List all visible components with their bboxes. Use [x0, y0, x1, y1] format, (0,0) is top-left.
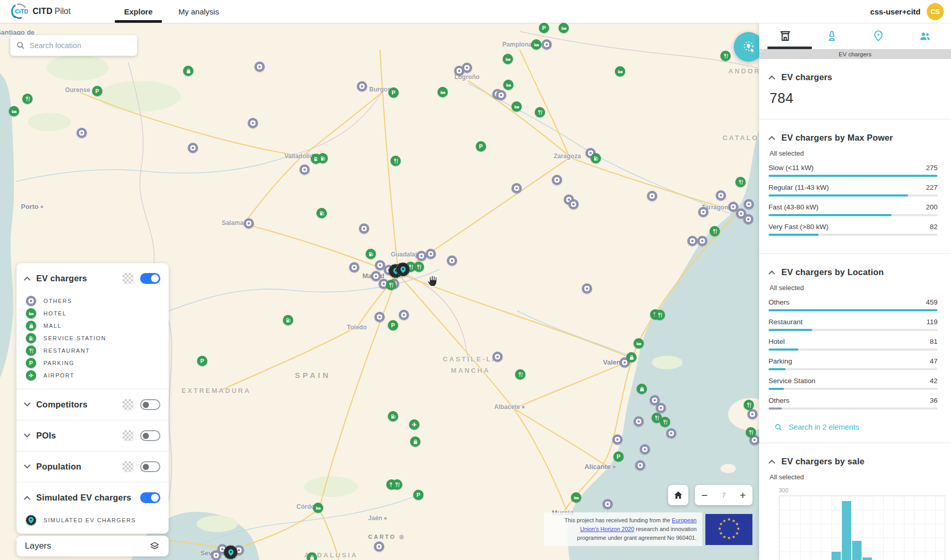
layer-visibility-toggle[interactable]: [140, 430, 160, 441]
marker-restaurant[interactable]: [22, 94, 33, 104]
marker-others[interactable]: [666, 428, 676, 438]
marker-others[interactable]: [447, 255, 457, 266]
marker-hotel[interactable]: [633, 338, 644, 349]
category-row-fast-43-80-kw-[interactable]: Fast (43-80 kW)200: [768, 203, 938, 216]
marker-restaurant[interactable]: [392, 479, 402, 490]
marker-mall[interactable]: [307, 552, 317, 560]
chevron-down-icon[interactable]: [24, 431, 31, 437]
layer-section-header[interactable]: Population: [25, 451, 160, 482]
chevron-down-icon[interactable]: [24, 400, 31, 406]
marker-others[interactable]: [640, 444, 650, 455]
collapse-icon[interactable]: [768, 460, 775, 466]
marker-hotel[interactable]: [571, 492, 581, 503]
opacity-pattern-button[interactable]: [123, 430, 133, 441]
map-attribution[interactable]: CARTO: [368, 534, 404, 540]
search-input[interactable]: [29, 41, 131, 50]
layer-visibility-toggle[interactable]: [140, 273, 160, 284]
marker-others[interactable]: [77, 128, 87, 138]
marker-others[interactable]: [349, 262, 359, 273]
marker-others[interactable]: [299, 164, 310, 175]
marker-others[interactable]: [633, 416, 644, 427]
opacity-pattern-button[interactable]: [123, 273, 133, 284]
marker-mall[interactable]: [183, 66, 193, 76]
marker-others[interactable]: [698, 207, 708, 217]
marker-others[interactable]: [697, 236, 707, 246]
marker-hotel[interactable]: [558, 23, 569, 33]
tab-competitors[interactable]: [809, 23, 855, 49]
marker-restaurant[interactable]: [746, 427, 756, 437]
category-row-regular-11-43-kw-[interactable]: Regular (11-43 kW)227: [768, 184, 938, 196]
marker-others[interactable]: [511, 183, 522, 193]
marker-airport[interactable]: ✈: [409, 419, 419, 430]
marker-others[interactable]: [188, 143, 198, 153]
category-row-slow-11-kw-[interactable]: Slow (<11 kW)275: [768, 164, 938, 177]
marker-others[interactable]: [248, 118, 258, 128]
marker-others[interactable]: [568, 199, 579, 209]
marker-restaurant[interactable]: [535, 107, 545, 117]
marker-service-station[interactable]: [283, 315, 293, 325]
marker-others[interactable]: [244, 218, 254, 229]
marker-mall[interactable]: [626, 352, 637, 362]
tab-population[interactable]: [901, 23, 948, 49]
marker-others[interactable]: [747, 409, 758, 419]
chevron-up-icon[interactable]: [24, 277, 31, 283]
marker-others[interactable]: [656, 403, 666, 413]
marker-parking[interactable]: P: [413, 490, 424, 500]
marker-others[interactable]: [359, 223, 369, 234]
marker-others[interactable]: [552, 175, 562, 185]
marker-restaurant[interactable]: [735, 177, 746, 187]
chevron-down-icon[interactable]: [24, 462, 31, 468]
collapse-icon[interactable]: [768, 136, 775, 143]
add-analysis-fab[interactable]: [734, 32, 759, 62]
marker-others[interactable]: [602, 499, 613, 509]
marker-hotel[interactable]: [503, 80, 514, 90]
layer-section-header[interactable]: Competitors: [25, 389, 160, 420]
marker-service-station[interactable]: [316, 208, 327, 218]
marker-others[interactable]: [374, 541, 384, 552]
collapse-icon[interactable]: [768, 270, 775, 277]
marker-restaurant[interactable]: [744, 400, 754, 410]
tab-explore[interactable]: Explore: [119, 0, 158, 23]
layers-button[interactable]: Layers: [17, 536, 169, 556]
marker-hotel[interactable]: [615, 66, 625, 77]
collapse-icon[interactable]: [768, 75, 775, 82]
map[interactable]: Santiago deOurensePortoValladolidSalaman…: [0, 23, 759, 560]
tab-pois[interactable]: [855, 23, 902, 49]
marker-others[interactable]: [743, 214, 753, 224]
chevron-up-icon[interactable]: [24, 496, 31, 503]
marker-others[interactable]: [716, 190, 726, 201]
marker-others[interactable]: [582, 283, 592, 294]
marker-others[interactable]: [211, 550, 221, 560]
layer-section-header[interactable]: POIs: [25, 420, 160, 451]
histogram-bar[interactable]: [863, 557, 872, 560]
layer-visibility-toggle[interactable]: [140, 492, 160, 503]
marker-others[interactable]: [541, 39, 552, 50]
marker-simulated[interactable]: [224, 546, 238, 559]
marker-restaurant[interactable]: [414, 262, 424, 272]
marker-others[interactable]: [635, 460, 645, 471]
category-row-restaurant[interactable]: Restaurant119: [768, 318, 938, 331]
marker-parking[interactable]: P: [613, 451, 624, 462]
marker-restaurant[interactable]: [515, 369, 525, 380]
marker-others[interactable]: [462, 63, 472, 73]
category-row-parking[interactable]: Parking47: [768, 357, 938, 370]
marker-others[interactable]: [426, 249, 436, 259]
marker-parking[interactable]: P: [388, 87, 399, 98]
marker-hotel[interactable]: [511, 101, 522, 112]
marker-others[interactable]: [416, 251, 427, 261]
search-box[interactable]: [10, 35, 137, 56]
marker-others[interactable]: [492, 352, 503, 362]
histogram-bar[interactable]: [832, 552, 841, 560]
marker-service-station[interactable]: [366, 249, 376, 259]
marker-others[interactable]: [647, 191, 657, 201]
marker-service-station[interactable]: [388, 411, 398, 421]
tab-ev-chargers[interactable]: [762, 23, 809, 49]
zoom-out-button[interactable]: −: [695, 485, 714, 505]
category-row-others[interactable]: Others36: [768, 397, 938, 410]
zoom-in-button[interactable]: +: [733, 485, 752, 505]
marker-others[interactable]: [357, 81, 367, 92]
home-button[interactable]: [668, 485, 688, 505]
marker-hotel[interactable]: [531, 39, 541, 50]
marker-others[interactable]: [612, 434, 623, 445]
marker-hotel[interactable]: [313, 503, 323, 513]
